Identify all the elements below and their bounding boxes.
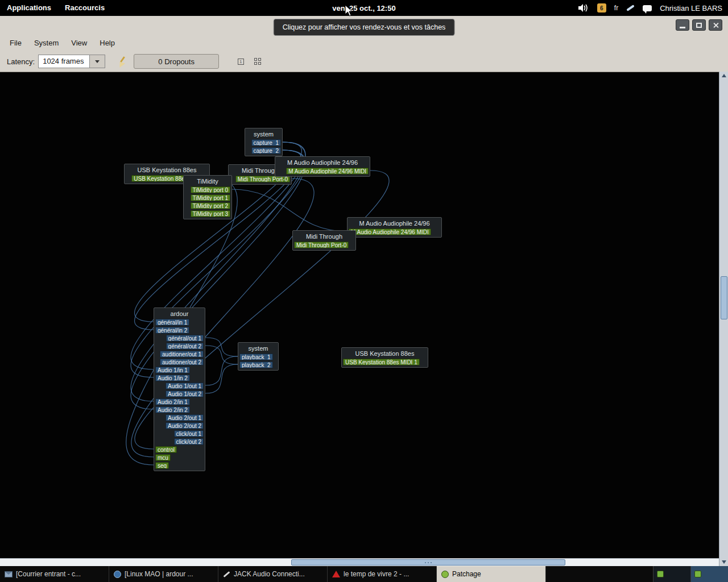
node-title: Midi Through <box>293 231 355 241</box>
top-panel: Applications Raccourcis ven. 25 oct., 12… <box>0 0 728 16</box>
port-out[interactable]: Audio 1/out 1 <box>166 383 204 389</box>
node-m-audio-top[interactable]: M Audio Audiophile 24/96M Audio Audiophi… <box>275 156 370 177</box>
taskbar-item-jack[interactable]: JACK Audio Connecti... <box>218 566 328 582</box>
patchbay-canvas[interactable]: USB Keystation 88esUSB Keystation 88es M… <box>0 72 719 558</box>
menubar: File System View Help <box>0 34 728 51</box>
clear-dropouts-button[interactable] <box>117 56 127 66</box>
taskbar-item-label: le temp de vivre 2 - ... <box>344 570 409 578</box>
scroll-up-button[interactable] <box>719 72 728 80</box>
node-title: USB Keystation 88es <box>125 164 209 174</box>
port-out[interactable]: capture_2 <box>251 147 281 154</box>
latency-value-field[interactable]: 1024 frames <box>38 55 89 68</box>
shortcuts-menu[interactable]: Raccourcis <box>58 0 111 16</box>
port-in[interactable]: control <box>155 446 177 453</box>
port-in[interactable]: Audio 1/in 2 <box>155 375 190 381</box>
minimize-button[interactable] <box>676 19 689 31</box>
workspace-2[interactable] <box>690 566 728 582</box>
close-button[interactable] <box>709 19 722 31</box>
port-out[interactable]: Audio 2/out 2 <box>166 422 204 429</box>
node-title: M Audio Audiophile 24/96 <box>275 157 370 167</box>
clock-applet[interactable]: ven. 25 oct., 12:50 <box>332 4 395 13</box>
port-out[interactable]: TiMidity port 1 <box>191 194 230 201</box>
horizontal-scrollbar-thumb[interactable] <box>291 559 565 566</box>
window-controls <box>676 19 722 31</box>
port-out[interactable]: capture_1 <box>251 139 281 146</box>
vertical-scrollbar-thumb[interactable] <box>721 276 727 319</box>
port-in[interactable]: playback_2 <box>239 361 273 368</box>
port-out[interactable]: auditioner/out 1 <box>160 351 204 357</box>
port-out[interactable]: auditioner/out 2 <box>160 359 204 365</box>
node-timidity[interactable]: TiMidityTiMidity port 0TiMidity port 1Ti… <box>183 175 232 219</box>
volume-icon[interactable] <box>578 3 589 13</box>
pen-icon[interactable] <box>626 5 635 11</box>
taskbar-item-label: [Linux MAO | ardour ... <box>125 570 193 578</box>
node-title: M Audio Audiophile 24/96 <box>348 218 441 228</box>
port-out[interactable]: TiMidity port 3 <box>191 210 230 217</box>
panel-tray: 6 fr Christian LE BARS <box>578 3 728 13</box>
menu-help[interactable]: Help <box>93 36 121 49</box>
menu-view[interactable]: View <box>65 36 93 49</box>
arrow-down-icon <box>722 560 726 564</box>
port-out[interactable]: TiMidity port 0 <box>191 186 230 193</box>
maximize-button[interactable] <box>692 19 706 31</box>
connection-wires <box>0 72 719 558</box>
port-in[interactable]: général/in 1 <box>155 319 189 326</box>
zoom-fit-button[interactable] <box>251 55 264 68</box>
port-in[interactable]: playback_1 <box>239 354 273 360</box>
workspace-1[interactable] <box>653 566 690 582</box>
node-usb-keystation-bottom[interactable]: USB Keystation 88esUSB Keystation 88es M… <box>341 347 428 368</box>
vertical-scrollbar[interactable] <box>719 72 728 566</box>
taskbar-item-media[interactable]: le temp de vivre 2 - ... <box>328 566 437 582</box>
horizontal-scrollbar[interactable] <box>0 558 719 566</box>
port-in[interactable]: Audio 1/in 1 <box>155 367 190 373</box>
port-out[interactable]: Audio 1/out 2 <box>166 390 204 397</box>
chat-bubble-icon[interactable] <box>643 5 652 11</box>
node-title: system <box>238 343 278 353</box>
node-title: USB Keystation 88es <box>342 348 428 358</box>
taskbar-item-browser[interactable]: [Linux MAO | ardour ... <box>109 566 218 582</box>
port-in[interactable]: Audio 2/in 2 <box>155 406 190 413</box>
port-out[interactable]: M Audio Audiophile 24/96 MIDI <box>286 168 369 174</box>
port-in[interactable]: seq <box>155 462 169 469</box>
port-in[interactable]: Midi Through Port-0 <box>294 242 349 248</box>
patchage-window: File System View Help Latency: 1024 fram… <box>0 16 728 566</box>
node-title: TiMidity <box>184 176 231 186</box>
node-system-bottom[interactable]: systemplayback_1playback_2 <box>238 342 279 371</box>
latency-dropdown-button[interactable] <box>89 55 105 68</box>
port-in[interactable]: général/in 2 <box>155 327 189 334</box>
port-in[interactable]: USB Keystation 88es MIDI 1 <box>343 359 420 365</box>
port-out[interactable]: TiMidity port 2 <box>191 202 230 209</box>
node-midi-through-bottom[interactable]: Midi ThroughMidi Through Port-0 <box>292 230 356 251</box>
zoom-normal-icon: 1 <box>238 59 244 65</box>
calendar-tooltip: Cliquez pour afficher vos rendez-vous et… <box>274 19 455 36</box>
chevron-down-icon <box>95 60 100 63</box>
node-m-audio-bottom[interactable]: M Audio Audiophile 24/96M Audio Audiophi… <box>347 217 442 238</box>
port-out[interactable]: général/out 1 <box>166 335 204 342</box>
taskbar-item-mail[interactable]: [Courrier entrant - c... <box>0 566 109 582</box>
port-out[interactable]: général/out 2 <box>166 343 204 350</box>
dropouts-button[interactable]: 0 Dropouts <box>134 54 219 69</box>
zoom-normal-button[interactable]: 1 <box>234 55 247 68</box>
updates-icon[interactable]: 6 <box>597 3 606 13</box>
port-out[interactable]: click/out 2 <box>174 438 204 445</box>
node-system-top[interactable]: systemcapture_1capture_2 <box>245 128 283 156</box>
connection-wire[interactable] <box>232 189 347 231</box>
port-out[interactable]: Audio 2/out 1 <box>166 414 204 421</box>
pencil-icon <box>224 571 230 577</box>
toolbar: Latency: 1024 frames 0 Dropouts 1 <box>0 51 728 72</box>
port-in[interactable]: Audio 2/in 1 <box>155 398 190 405</box>
menu-system[interactable]: System <box>28 36 65 49</box>
menu-file[interactable]: File <box>3 36 28 49</box>
keyboard-layout-indicator[interactable]: fr <box>614 4 618 12</box>
taskbar-item-label: Patchage <box>452 570 481 578</box>
applications-menu[interactable]: Applications <box>0 0 58 16</box>
mini-window-icon <box>657 571 664 577</box>
port-out[interactable]: click/out 1 <box>174 430 204 437</box>
workspace-switcher <box>653 566 728 582</box>
node-ardour[interactable]: ardourgénéral/in 1général/in 2général/ou… <box>154 307 205 471</box>
taskbar-item-patchage[interactable]: Patchage <box>437 566 546 582</box>
scroll-down-button[interactable] <box>719 558 728 566</box>
port-in[interactable]: mcu <box>155 454 171 461</box>
user-menu[interactable]: Christian LE BARS <box>660 4 722 13</box>
port-in[interactable]: M Audio Audiophile 24/96 MIDI <box>349 228 431 235</box>
